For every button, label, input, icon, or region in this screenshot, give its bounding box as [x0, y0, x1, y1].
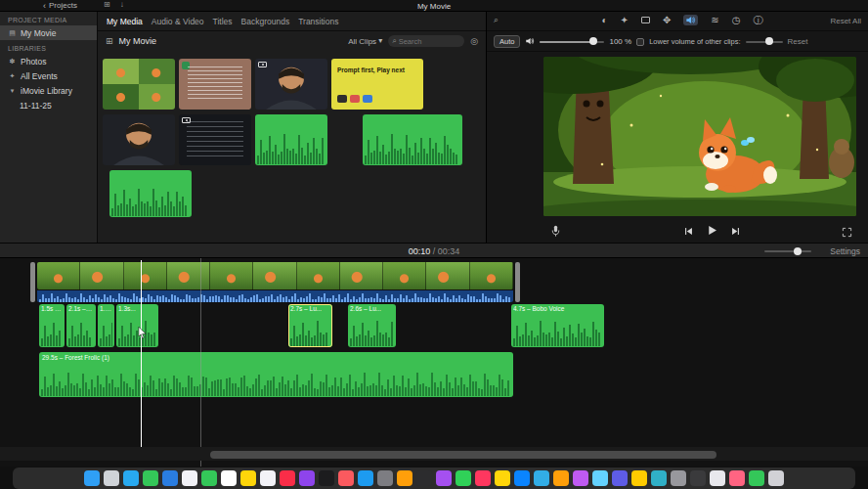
dock-icon[interactable] — [475, 470, 491, 486]
audio-clip[interactable]: 2.1s – L... — [66, 304, 96, 347]
dock-icon[interactable] — [123, 470, 139, 486]
sidebar-item-imovie-library[interactable]: ▾ iMovie Library — [0, 83, 97, 98]
dock-icon[interactable] — [671, 470, 686, 486]
playhead[interactable] — [141, 260, 142, 454]
dock-icon[interactable] — [280, 470, 295, 486]
play-button[interactable] — [706, 223, 718, 241]
dock-icon[interactable] — [690, 470, 706, 486]
audio-clip-selected[interactable]: 2.7s – Lu... — [288, 304, 332, 347]
tab-backgrounds[interactable]: Backgrounds — [241, 17, 290, 26]
dock-icon[interactable] — [592, 470, 608, 486]
dock-icon[interactable] — [553, 470, 569, 486]
voiceover-mic-icon[interactable] — [549, 223, 562, 241]
trim-handle-right[interactable] — [515, 262, 520, 302]
dock-icon[interactable] — [495, 470, 510, 486]
tab-audio-video[interactable]: Audio & Video — [152, 17, 204, 26]
media-clip-thumbnail[interactable] — [103, 59, 175, 110]
sort-options-icon[interactable]: ◎ — [470, 37, 478, 46]
dock-icon[interactable] — [240, 470, 256, 486]
search-icon: ⌕ — [392, 37, 396, 45]
stabilization-icon[interactable]: ✥ — [663, 16, 671, 25]
search-input[interactable] — [399, 37, 457, 46]
audio-clip[interactable]: 4.7s – Bobo Voice — [511, 304, 604, 347]
speed-icon[interactable]: ◷ — [732, 16, 741, 25]
dock-icon[interactable] — [299, 470, 315, 486]
tab-my-media[interactable]: My Media — [107, 17, 143, 26]
dock-icon[interactable] — [358, 470, 373, 486]
sidebar-item-event-11-11-25[interactable]: 11-11-25 — [0, 98, 97, 112]
dock-icon[interactable] — [104, 470, 119, 486]
reset-button[interactable]: Reset — [788, 37, 808, 46]
color-correction-icon[interactable]: ✦ — [621, 16, 629, 25]
video-preview[interactable] — [543, 57, 856, 216]
sidebar-item-photos[interactable]: ✽ Photos — [0, 54, 97, 68]
dock-icon[interactable] — [710, 470, 725, 486]
dock-icon[interactable] — [749, 470, 764, 486]
next-button[interactable] — [730, 223, 741, 241]
dock-icon[interactable] — [377, 470, 393, 486]
timeline[interactable]: 1.5s –... 2.1s – L... 1.2... 1.3s... 2.7… — [0, 258, 868, 467]
dock-icon[interactable] — [651, 470, 667, 486]
dock-icon[interactable] — [456, 470, 471, 486]
dock-icon[interactable] — [436, 470, 452, 486]
media-clip-thumbnail[interactable] — [255, 59, 327, 110]
music-clip[interactable]: 29.5s – Forest Frolic (1) — [39, 352, 513, 397]
dock-icon[interactable] — [729, 470, 745, 486]
volume-controls: Auto 100 % Lower volume of other clips: … — [487, 32, 868, 52]
dock-icon[interactable] — [182, 470, 197, 486]
dock-icon[interactable] — [573, 470, 588, 486]
dock-icon[interactable] — [612, 470, 628, 486]
clips-filter-dropdown[interactable]: All Clips ▾ — [348, 37, 382, 46]
timeline-zoom-slider[interactable] — [764, 250, 811, 252]
other-clips-volume-slider[interactable] — [746, 41, 783, 43]
audio-clip-thumbnail[interactable] — [255, 114, 327, 165]
tab-titles[interactable]: Titles — [213, 17, 233, 26]
trim-handle-left[interactable] — [30, 262, 35, 302]
dock-icon[interactable] — [338, 470, 354, 486]
dock-icon[interactable] — [319, 470, 334, 486]
speaker-icon[interactable] — [525, 36, 535, 48]
volume-icon[interactable] — [683, 15, 698, 25]
audio-clip-thumbnail[interactable] — [109, 170, 192, 217]
dock-icon[interactable] — [416, 470, 432, 486]
media-clip-thumbnail[interactable]: Prompt first, Play next — [331, 59, 423, 110]
crop-icon[interactable] — [641, 17, 650, 23]
zoom-icon[interactable]: ⌕ — [494, 16, 499, 24]
tab-transitions[interactable]: Transitions — [298, 17, 338, 26]
lower-volume-checkbox[interactable] — [636, 38, 644, 46]
sidebar-item-my-movie[interactable]: ▤ My Movie — [0, 25, 97, 40]
dock-icon[interactable] — [534, 470, 549, 486]
dock-icon[interactable] — [143, 470, 158, 486]
dock-icon[interactable] — [84, 470, 100, 486]
dock-icon[interactable] — [162, 470, 178, 486]
info-icon[interactable]: ⓘ — [753, 16, 762, 25]
timeline-settings-button[interactable]: Settings — [830, 246, 860, 256]
audio-clip-thumbnail[interactable] — [363, 114, 462, 165]
video-clip-filmstrip[interactable] — [37, 262, 513, 289]
media-clip-thumbnail[interactable] — [103, 114, 175, 165]
noise-reduction-icon[interactable]: ≋ — [711, 16, 718, 25]
video-clip-audio-track[interactable] — [37, 290, 513, 302]
dock-icon[interactable] — [221, 470, 237, 486]
dock-icon[interactable] — [397, 470, 412, 486]
color-balance-icon[interactable]: ◐ — [602, 16, 608, 25]
sidebar-item-all-events[interactable]: ✦ All Events — [0, 68, 97, 83]
reset-all-button[interactable]: Reset All — [830, 17, 861, 25]
media-clip-thumbnail[interactable] — [179, 59, 251, 110]
audio-clip[interactable]: 2.6s – Lu... — [348, 304, 396, 347]
grid-view-icon[interactable]: ⊞ — [106, 37, 113, 46]
dock-icon[interactable] — [768, 470, 784, 486]
volume-slider[interactable] — [540, 41, 604, 43]
audio-clip[interactable]: 1.3s... — [116, 304, 158, 347]
timeline-scrollbar[interactable] — [210, 451, 716, 459]
audio-clip[interactable]: 1.5s –... — [39, 304, 65, 347]
dock-icon[interactable] — [514, 470, 530, 486]
dock-icon[interactable] — [260, 470, 276, 486]
fullscreen-icon[interactable] — [842, 224, 852, 242]
previous-button[interactable] — [683, 223, 694, 241]
audio-clip[interactable]: 1.2... — [98, 304, 114, 347]
dock-icon[interactable] — [631, 470, 647, 486]
dock-icon[interactable] — [201, 470, 217, 486]
auto-button[interactable]: Auto — [494, 35, 520, 48]
media-clip-thumbnail[interactable] — [179, 114, 251, 165]
